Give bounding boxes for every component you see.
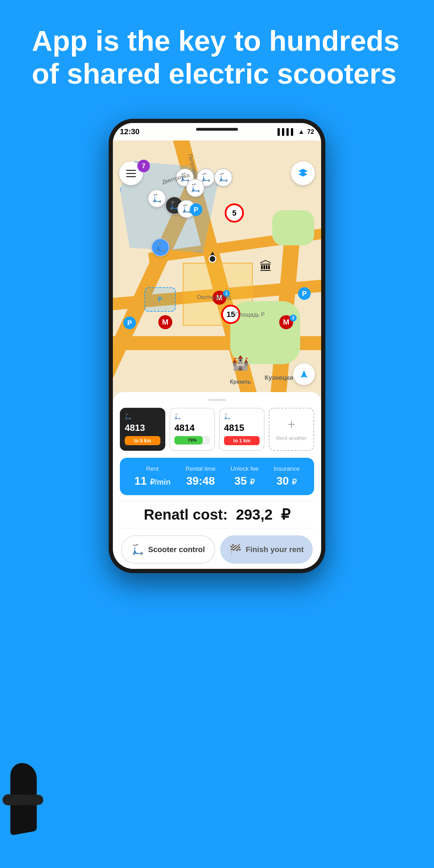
parking-marker: P [190, 203, 202, 216]
scooter-cards-row: 🛴 4813 to 5 km 🛴 4814 79% [120, 408, 314, 451]
stat-unlock-fee: Unlock fee 35 ₽ [231, 465, 259, 487]
scooter-icon: 🛴 [219, 173, 228, 182]
scooter-pin[interactable]: 🛴 [148, 189, 166, 208]
action-buttons-row: 🛴 Scooter control 🏁 Finish your rent [120, 535, 314, 564]
add-scooter-card[interactable]: + Rent another [269, 408, 314, 451]
total-cost-row: Renatl cost: 293,2 ₽ [120, 501, 314, 528]
parking-marker: P [123, 317, 136, 329]
scooter-control-button[interactable]: 🛴 Scooter control [121, 535, 215, 564]
scooter-card-2[interactable]: 🛴 4814 79% [169, 408, 215, 451]
battery-text: 79% [174, 436, 210, 444]
user-location [207, 252, 218, 263]
signal-icon: ▌▌▌▌ [277, 128, 295, 136]
rental-time-label: Rental time [186, 465, 216, 472]
map-place-label: Охотный Ряд [197, 294, 231, 301]
stat-rental-time: Rental time 39:48 [186, 465, 216, 487]
building-icon: 🏛 [260, 259, 272, 274]
kremlin-landmark: 🏰 [232, 355, 249, 371]
phone-screen: 12:30 ▌▌▌▌ ▲ 72 [113, 123, 321, 569]
speed-limit-sign: 5 [225, 203, 244, 223]
unlock-fee-value: 35 ₽ [234, 475, 255, 487]
finish-rent-button[interactable]: 🏁 Finish your rent [220, 535, 313, 564]
add-plus-icon: + [288, 418, 295, 431]
scooter-control-icon: 🛴 [132, 544, 144, 555]
hamburger-icon [126, 173, 136, 174]
scooter-control-label: Scooter control [148, 545, 205, 554]
scooter-number: 4814 [174, 422, 195, 433]
insurance-value: 30 ₽ [276, 475, 297, 487]
map-area[interactable]: 5 15 🛴 🛴 🛴 🛴 🛴 🛴 🛴 🛴 М1 М М3 P P P [113, 140, 321, 392]
unlock-fee-label: Unlock fee [231, 465, 259, 472]
phone-device: App is the key to hundreds of shared ele… [109, 119, 325, 577]
total-cost-value: 293,2 ₽ [236, 506, 290, 523]
scooter-number: 4813 [125, 422, 145, 433]
scooter-pin[interactable]: 🛴 [186, 179, 204, 197]
stat-rent: Rent 11 ₽/min [134, 465, 171, 487]
park-area [272, 210, 314, 245]
battery-indicator: 72 [307, 128, 314, 136]
status-icons: ▌▌▌▌ ▲ 72 [277, 128, 314, 136]
metro-marker: М [158, 315, 172, 329]
scooter-pin[interactable]: 🛴 [214, 168, 232, 187]
total-cost-label: Renatl cost: [144, 506, 227, 523]
stat-insurance: Insurance 30 ₽ [274, 465, 300, 487]
status-time: 12:30 [120, 127, 139, 136]
hamburger-icon [126, 170, 136, 171]
metro-marker: М3 [279, 315, 293, 329]
scooter-icon: 🛴 [191, 183, 200, 193]
rent-value: 11 ₽/min [134, 475, 171, 487]
scooter-card-icon: 🛴 [174, 413, 181, 420]
scooter-card-1[interactable]: 🛴 4813 to 5 km [120, 408, 165, 451]
map-place-label: Площадь Р [235, 312, 265, 318]
stats-panel: Rent 11 ₽/min Rental time 39:48 Unlock f… [120, 458, 314, 495]
scooter-range-badge: to 1 km [224, 436, 260, 445]
battery-bar: 79% [174, 436, 210, 444]
bottom-scooter-decoration [3, 728, 66, 833]
scooter-pin[interactable]: 🛴 [151, 238, 169, 256]
insurance-label: Insurance [274, 465, 300, 472]
scooter-card-3[interactable]: 🛴 4815 to 1 km [219, 408, 265, 451]
rental-time-value: 39:48 [186, 475, 215, 487]
drag-handle [208, 399, 226, 401]
status-bar: 12:30 ▌▌▌▌ ▲ 72 [113, 123, 321, 140]
parking-zone: P [144, 287, 176, 312]
scooter-range-badge: to 5 km [125, 436, 160, 445]
phone-notch [196, 128, 238, 131]
scooter-icon: 🛴 [156, 243, 165, 252]
scooter-icon: 🛴 [201, 173, 211, 182]
finish-rent-icon: 🏁 [229, 544, 241, 555]
wifi-icon: ▲ [298, 128, 304, 136]
rent-label: Rent [146, 465, 159, 472]
hamburger-icon [126, 176, 136, 177]
kremlin-label: Кремль [230, 379, 251, 385]
scooter-icon: 🛴 [152, 194, 162, 203]
bottom-panel: 🛴 4813 to 5 km 🛴 4814 79% [113, 392, 321, 569]
phone-shell: 12:30 ▌▌▌▌ ▲ 72 [109, 119, 325, 573]
notification-badge: 7 [137, 160, 150, 172]
finish-rent-label: Finish your rent [246, 545, 304, 554]
scooter-card-icon: 🛴 [224, 413, 231, 420]
layer-button[interactable] [291, 161, 315, 185]
parking-marker: P [298, 287, 311, 300]
navigate-button[interactable] [293, 363, 315, 385]
map-place-label: Кузнецки [265, 374, 293, 382]
scooter-card-icon: 🛴 [125, 413, 131, 420]
rent-another-label: Rent another [276, 435, 307, 441]
scooter-number: 4815 [224, 422, 244, 433]
header-title: App is the key to hundreds of shared ele… [21, 24, 413, 91]
